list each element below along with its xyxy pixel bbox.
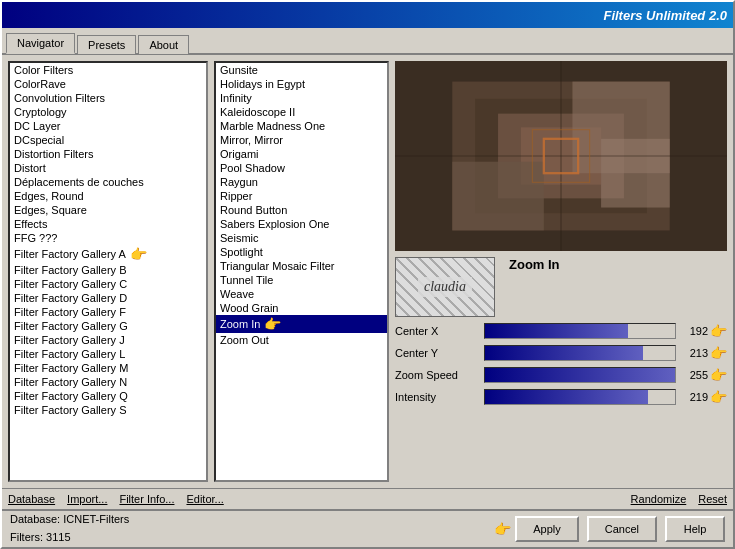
list-item-filter-factory-a[interactable]: Filter Factory Gallery A 👉 (10, 245, 206, 263)
list-item[interactable]: Pool Shadow (216, 161, 387, 175)
slider-value-zoom-speed: 255 (680, 369, 708, 381)
list-item[interactable]: Filter Factory Gallery G (10, 319, 206, 333)
import-button[interactable]: Import... (67, 493, 107, 505)
list-item[interactable]: Mirror, Mirror (216, 133, 387, 147)
tab-bar: Navigator Presets About (2, 28, 733, 55)
tab-about[interactable]: About (138, 35, 189, 54)
list-item[interactable]: Distort (10, 161, 206, 175)
list-item[interactable]: Edges, Round (10, 189, 206, 203)
filters-info: Filters: 3115 (10, 529, 129, 547)
list-item[interactable]: Filter Factory Gallery B (10, 263, 206, 277)
list-item[interactable]: Kaleidoscope II (216, 105, 387, 119)
list-item[interactable]: Color Filters (10, 63, 206, 77)
list-item[interactable]: Holidays in Egypt (216, 77, 387, 91)
apply-wrapper: 👉 Apply (494, 516, 579, 542)
list-item[interactable]: Weave (216, 287, 387, 301)
list-item[interactable]: Filter Factory Gallery F (10, 305, 206, 319)
slider-row-zoom-speed: Zoom Speed 255 👉 (395, 367, 727, 383)
list-item[interactable]: Filter Factory Gallery C (10, 277, 206, 291)
list-item[interactable]: Infinity (216, 91, 387, 105)
editor-button[interactable]: Editor... (186, 493, 223, 505)
slider-row-center-y: Center Y 213 👉 (395, 345, 727, 361)
list-item[interactable]: Tunnel Tile (216, 273, 387, 287)
title-text: Filters Unlimited 2.0 (603, 8, 727, 23)
list-item[interactable]: Filter Factory Gallery L (10, 347, 206, 361)
database-button[interactable]: Database (8, 493, 55, 505)
arrow-icon-center-x: 👉 (710, 323, 727, 339)
left-panel: Color Filters ColorRave Convolution Filt… (8, 61, 208, 482)
list-item[interactable]: FFG ??? (10, 231, 206, 245)
database-value: ICNET-Filters (63, 513, 129, 525)
arrow-right-icon: 👉 (264, 316, 281, 332)
slider-value-intensity: 219 (680, 391, 708, 403)
list-item[interactable]: Zoom Out (216, 333, 387, 347)
list-item[interactable]: Filter Factory Gallery J (10, 333, 206, 347)
arrow-apply-icon: 👉 (494, 521, 511, 537)
list-item[interactable]: DC Layer (10, 119, 206, 133)
list-item[interactable]: Marble Madness One (216, 119, 387, 133)
list-item[interactable]: Origami (216, 147, 387, 161)
filters-label: Filters: (10, 531, 43, 543)
help-button[interactable]: Help (665, 516, 725, 542)
slider-center-y[interactable] (484, 345, 676, 361)
list-item[interactable]: Spotlight (216, 245, 387, 259)
status-buttons: 👉 Apply Cancel Help (494, 516, 725, 542)
list-item[interactable]: Triangular Mosaic Filter (216, 259, 387, 273)
list-item-zoom-in[interactable]: Zoom In 👉 (216, 315, 387, 333)
right-panel: claudia Zoom In Center X 192 👉 Center Y (395, 61, 727, 482)
cancel-button[interactable]: Cancel (587, 516, 657, 542)
list-item[interactable]: Ripper (216, 189, 387, 203)
list-item[interactable]: Sabers Explosion One (216, 217, 387, 231)
arrow-icon-zoom-speed: 👉 (710, 367, 727, 383)
list-item[interactable]: Convolution Filters (10, 91, 206, 105)
list-item[interactable]: Déplacements de couches (10, 175, 206, 189)
arrow-icon-intensity: 👉 (710, 389, 727, 405)
list-item[interactable]: ColorRave (10, 77, 206, 91)
list-item[interactable]: DCspecial (10, 133, 206, 147)
preview-area (395, 61, 727, 251)
list-item[interactable]: Seismic (216, 231, 387, 245)
filter-info-button[interactable]: Filter Info... (119, 493, 174, 505)
arrow-icon-center-y: 👉 (710, 345, 727, 361)
list-item[interactable]: Filter Factory Gallery D (10, 291, 206, 305)
slider-zoom-speed[interactable] (484, 367, 676, 383)
middle-panel: Gunsite Holidays in Egypt Infinity Kalei… (214, 61, 389, 482)
logo-area: claudia (395, 257, 495, 317)
middle-list[interactable]: Gunsite Holidays in Egypt Infinity Kalei… (214, 61, 389, 482)
reset-button[interactable]: Reset (698, 493, 727, 505)
slider-label-center-y: Center Y (395, 347, 480, 359)
slider-value-center-x: 192 (680, 325, 708, 337)
list-item[interactable]: Round Button (216, 203, 387, 217)
randomize-button[interactable]: Randomize (631, 493, 687, 505)
list-item[interactable]: Cryptology (10, 105, 206, 119)
slider-intensity[interactable] (484, 389, 676, 405)
arrow-right-icon: 👉 (130, 246, 147, 262)
svg-rect-7 (452, 162, 544, 231)
content-area: Color Filters ColorRave Convolution Filt… (2, 55, 733, 488)
database-info: Database: ICNET-Filters (10, 511, 129, 529)
list-item[interactable]: Distortion Filters (10, 147, 206, 161)
list-item[interactable]: Filter Factory Gallery M (10, 361, 206, 375)
list-item[interactable]: Effects (10, 217, 206, 231)
list-item[interactable]: Filter Factory Gallery S (10, 403, 206, 417)
list-item[interactable]: Gunsite (216, 63, 387, 77)
database-label: Database: (10, 513, 60, 525)
left-list[interactable]: Color Filters ColorRave Convolution Filt… (8, 61, 208, 482)
apply-button[interactable]: Apply (515, 516, 579, 542)
slider-label-zoom-speed: Zoom Speed (395, 369, 480, 381)
list-item[interactable]: Filter Factory Gallery Q (10, 389, 206, 403)
sliders-area: Center X 192 👉 Center Y 213 👉 (395, 323, 727, 482)
filter-name-display: Zoom In (501, 257, 727, 272)
list-item[interactable]: Raygun (216, 175, 387, 189)
list-item[interactable]: Filter Factory Gallery N (10, 375, 206, 389)
svg-rect-6 (601, 139, 670, 208)
bottom-toolbar: Database Import... Filter Info... Editor… (2, 488, 733, 509)
list-item[interactable]: Wood Grain (216, 301, 387, 315)
preview-image (395, 61, 727, 251)
tab-presets[interactable]: Presets (77, 35, 136, 54)
slider-label-center-x: Center X (395, 325, 480, 337)
logo-text: claudia (418, 277, 472, 297)
slider-center-x[interactable] (484, 323, 676, 339)
list-item[interactable]: Edges, Square (10, 203, 206, 217)
tab-navigator[interactable]: Navigator (6, 33, 75, 54)
